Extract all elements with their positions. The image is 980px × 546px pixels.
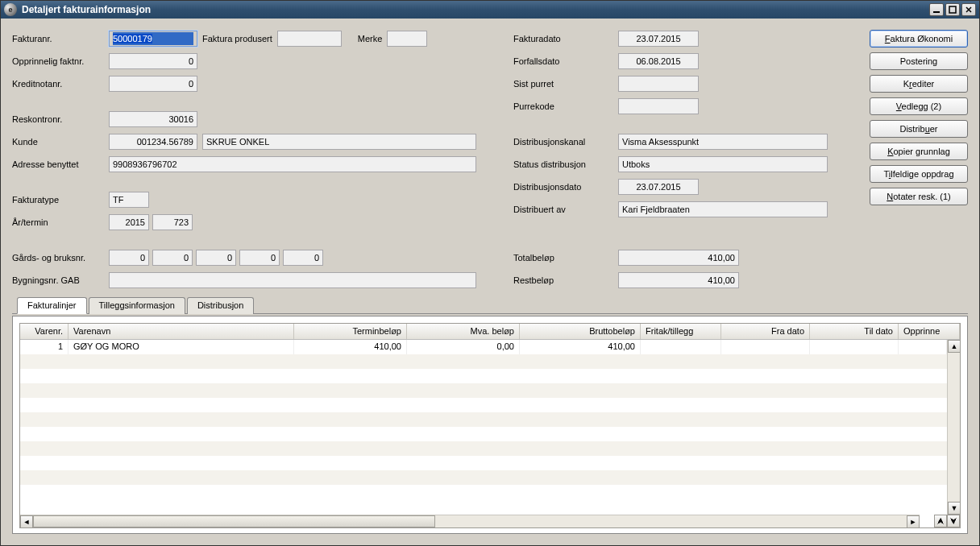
totalbelop-field [618, 250, 739, 266]
faktura-okonomi-button[interactable]: Faktura Økonomi [870, 30, 968, 48]
opprinnelig-field [109, 53, 197, 69]
table-row [20, 354, 947, 369]
distav-label: Distribuert av [513, 205, 618, 214]
distav-field [618, 201, 828, 217]
btn-label: aktura Økonomi [891, 34, 953, 43]
fakturaprodusert-label: Faktura produsert [202, 34, 272, 43]
cell-fradato [721, 340, 810, 354]
kunde-navn-field [202, 134, 476, 150]
col-varenr[interactable]: Varenr. [20, 324, 69, 339]
restbelop-field [618, 272, 739, 288]
cell-fritak [641, 340, 721, 354]
window: e Detaljert fakturainformasjon Fakturanr… [0, 0, 980, 546]
vertical-scrollbar[interactable]: ▲ ▼ [947, 340, 960, 515]
minimize-button[interactable] [929, 3, 944, 16]
distkanal-field [618, 134, 828, 150]
fakturadato-label: Fakturadato [513, 34, 618, 43]
bygningsnr-label: Bygningsnr. GAB [12, 275, 109, 285]
restbelop-label: Restbeløp [513, 275, 618, 285]
col-tildato[interactable]: Til dato [810, 324, 899, 339]
col-mvabelop[interactable]: Mva. beløp [407, 324, 520, 339]
fakturalinjer-grid[interactable]: Varenr. Varenavn Terminbeløp Mva. beløp … [19, 323, 961, 528]
sistpurret-label: Sist purret [513, 79, 618, 89]
col-fritak[interactable]: Fritak/tillegg [641, 324, 721, 339]
distdato-label: Distribusjonsdato [513, 182, 618, 192]
col-terminbelop[interactable]: Terminbeløp [294, 324, 407, 339]
titlebar: e Detaljert fakturainformasjon [1, 1, 979, 19]
g3-field [196, 250, 236, 266]
scroll-up-icon[interactable]: ▲ [948, 340, 961, 353]
statusdist-field [618, 156, 828, 172]
purrekode-field [618, 98, 699, 114]
scroll-left-icon[interactable]: ◄ [20, 515, 33, 528]
cell-terminbelop: 410,00 [294, 340, 407, 354]
adresse-field [109, 156, 476, 172]
g2-field [152, 250, 193, 266]
sistpurret-field [618, 76, 699, 92]
hscroll-thumb[interactable] [33, 515, 435, 527]
g1-field [109, 250, 149, 266]
vedlegg-button[interactable]: Vedlegg (2) [870, 97, 968, 115]
col-opprinne[interactable]: Opprinne [899, 324, 960, 339]
table-row[interactable]: 1 GØY OG MORO 410,00 0,00 410,00 [20, 340, 947, 354]
cell-bruttobelop: 410,00 [520, 340, 641, 354]
tab-fakturalinjer[interactable]: Fakturalinjer [17, 297, 87, 314]
grid-body: 1 GØY OG MORO 410,00 0,00 410,00 [20, 340, 947, 515]
kopier-grunnlag-button[interactable]: Kopier grunnlag [870, 143, 968, 160]
hscroll-track[interactable] [33, 515, 907, 527]
fakturadato-field [618, 31, 699, 47]
purrekode-label: Purrekode [513, 101, 618, 111]
fakturaprodusert-field [277, 31, 342, 47]
cell-opprinne [899, 340, 947, 354]
cell-mvabelop: 0,00 [407, 340, 520, 354]
tilfeldige-oppdrag-button[interactable]: Tilfeldige oppdrag [870, 165, 968, 183]
kreditnotanr-field [109, 76, 197, 92]
bygningsnr-field [109, 272, 476, 288]
kreditnotanr-label: Kreditnotanr. [12, 79, 109, 89]
table-row [20, 470, 947, 485]
table-row [20, 369, 947, 383]
scroll-down-icon[interactable]: ▼ [948, 502, 961, 515]
col-fradato[interactable]: Fra dato [721, 324, 810, 339]
grid-header: Varenr. Varenavn Terminbeløp Mva. beløp … [20, 324, 960, 340]
col-varenavn[interactable]: Varenavn [69, 324, 294, 339]
window-title: Detaljert fakturainformasjon [22, 4, 929, 15]
merke-label: Merke [358, 34, 383, 43]
cell-varenavn: GØY OG MORO [69, 340, 294, 354]
notater-resk-button[interactable]: Notater resk. (1) [870, 188, 968, 205]
fakturanr-label: Fakturanr. [12, 34, 109, 43]
col-bruttobelop[interactable]: Bruttobeløp [520, 324, 641, 339]
maximize-button[interactable] [945, 3, 960, 16]
krediter-button[interactable]: Krediter [870, 75, 968, 93]
totalbelop-label: Totalbeløp [513, 253, 618, 263]
tab-bar: Fakturalinjer Tilleggsinformasjon Distri… [12, 296, 968, 314]
reskontronr-field [109, 111, 197, 127]
table-row [20, 456, 947, 470]
kunde-label: Kunde [12, 137, 109, 147]
distribuer-button[interactable]: Distribuer [870, 120, 968, 138]
kunde-nr-field [109, 134, 197, 150]
row-down-icon[interactable]: ⮟ [947, 515, 960, 527]
merke-field [387, 31, 427, 47]
fakturanr-input[interactable] [109, 31, 197, 47]
row-up-icon[interactable]: ⮝ [934, 515, 947, 527]
g5-field [283, 250, 323, 266]
postering-button[interactable]: Postering [870, 52, 968, 70]
forfallsdato-field [618, 53, 699, 69]
svg-rect-1 [949, 6, 956, 13]
vscroll-track[interactable] [948, 353, 960, 502]
artermin-label: År/termin [12, 217, 109, 227]
opprinnelig-label: Opprinnelig faktnr. [12, 56, 109, 66]
app-icon: e [4, 3, 17, 16]
fakturatype-label: Fakturatype [12, 195, 109, 205]
close-button[interactable] [961, 3, 976, 16]
distkanal-label: Distribusjonskanal [513, 137, 618, 147]
forfallsdato-label: Forfallsdato [513, 56, 618, 66]
tab-tilleggsinformasjon[interactable]: Tilleggsinformasjon [89, 297, 185, 314]
table-row [20, 383, 947, 398]
termin-field [152, 214, 193, 230]
horizontal-scrollbar[interactable]: ◄ ► [20, 515, 920, 527]
scroll-right-icon[interactable]: ► [907, 515, 920, 528]
tab-distribusjon[interactable]: Distribusjon [187, 297, 254, 314]
fakturatype-field [109, 192, 149, 208]
